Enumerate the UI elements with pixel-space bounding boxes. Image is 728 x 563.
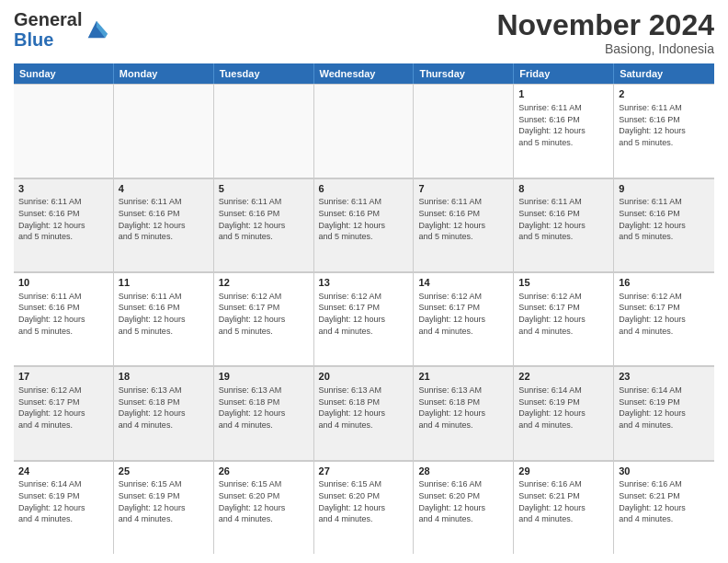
day-number: 6 bbox=[319, 182, 409, 196]
empty-cell bbox=[214, 84, 314, 177]
week-row-0: 1Sunrise: 6:11 AM Sunset: 6:16 PM Daylig… bbox=[14, 84, 714, 178]
day-number: 9 bbox=[619, 182, 710, 196]
day-cell-12: 12Sunrise: 6:12 AM Sunset: 6:17 PM Dayli… bbox=[214, 272, 314, 365]
day-number: 19 bbox=[219, 370, 309, 384]
day-cell-2: 2Sunrise: 6:11 AM Sunset: 6:16 PM Daylig… bbox=[614, 84, 714, 177]
header-friday: Friday bbox=[514, 63, 614, 84]
page: General Blue November 2024 Basiong, Indo… bbox=[0, 0, 728, 563]
day-number: 12 bbox=[219, 276, 309, 290]
day-detail: Sunrise: 6:13 AM Sunset: 6:18 PM Dayligh… bbox=[319, 385, 409, 431]
logo-icon bbox=[84, 17, 109, 42]
day-detail: Sunrise: 6:11 AM Sunset: 6:16 PM Dayligh… bbox=[119, 196, 209, 242]
header-saturday: Saturday bbox=[614, 63, 714, 84]
logo-blue: Blue bbox=[14, 29, 82, 50]
day-cell-15: 15Sunrise: 6:12 AM Sunset: 6:17 PM Dayli… bbox=[514, 272, 614, 365]
calendar: Sunday Monday Tuesday Wednesday Thursday… bbox=[14, 63, 714, 554]
day-number: 5 bbox=[219, 182, 309, 196]
day-cell-8: 8Sunrise: 6:11 AM Sunset: 6:16 PM Daylig… bbox=[514, 178, 614, 271]
day-number: 15 bbox=[518, 276, 609, 290]
day-cell-26: 26Sunrise: 6:15 AM Sunset: 6:20 PM Dayli… bbox=[214, 461, 314, 554]
day-detail: Sunrise: 6:11 AM Sunset: 6:16 PM Dayligh… bbox=[18, 196, 108, 242]
day-number: 7 bbox=[418, 182, 508, 196]
day-number: 27 bbox=[319, 465, 409, 478]
day-cell-9: 9Sunrise: 6:11 AM Sunset: 6:16 PM Daylig… bbox=[614, 178, 714, 271]
day-number: 16 bbox=[619, 276, 710, 290]
day-detail: Sunrise: 6:14 AM Sunset: 6:19 PM Dayligh… bbox=[518, 385, 609, 431]
day-detail: Sunrise: 6:12 AM Sunset: 6:17 PM Dayligh… bbox=[619, 291, 710, 337]
logo-general: General bbox=[14, 9, 82, 29]
day-detail: Sunrise: 6:16 AM Sunset: 6:21 PM Dayligh… bbox=[518, 478, 609, 524]
day-number: 29 bbox=[518, 465, 609, 478]
day-detail: Sunrise: 6:12 AM Sunset: 6:17 PM Dayligh… bbox=[518, 291, 609, 337]
day-cell-4: 4Sunrise: 6:11 AM Sunset: 6:16 PM Daylig… bbox=[114, 178, 214, 271]
day-cell-23: 23Sunrise: 6:14 AM Sunset: 6:19 PM Dayli… bbox=[614, 366, 714, 459]
empty-cell bbox=[114, 84, 214, 177]
day-cell-19: 19Sunrise: 6:13 AM Sunset: 6:18 PM Dayli… bbox=[214, 366, 314, 459]
empty-cell bbox=[414, 84, 514, 177]
day-cell-20: 20Sunrise: 6:13 AM Sunset: 6:18 PM Dayli… bbox=[314, 366, 415, 459]
day-number: 21 bbox=[418, 370, 508, 384]
day-cell-29: 29Sunrise: 6:16 AM Sunset: 6:21 PM Dayli… bbox=[514, 461, 614, 554]
day-cell-5: 5Sunrise: 6:11 AM Sunset: 6:16 PM Daylig… bbox=[214, 178, 314, 271]
day-number: 2 bbox=[619, 87, 710, 101]
day-detail: Sunrise: 6:13 AM Sunset: 6:18 PM Dayligh… bbox=[219, 385, 309, 431]
day-cell-18: 18Sunrise: 6:13 AM Sunset: 6:18 PM Dayli… bbox=[114, 366, 214, 459]
day-detail: Sunrise: 6:15 AM Sunset: 6:20 PM Dayligh… bbox=[219, 478, 309, 524]
calendar-body: 1Sunrise: 6:11 AM Sunset: 6:16 PM Daylig… bbox=[14, 84, 714, 554]
day-number: 4 bbox=[119, 182, 209, 196]
day-detail: Sunrise: 6:11 AM Sunset: 6:16 PM Dayligh… bbox=[518, 196, 609, 242]
month-title: November 2024 bbox=[496, 9, 714, 41]
day-number: 22 bbox=[518, 370, 609, 384]
day-cell-13: 13Sunrise: 6:12 AM Sunset: 6:17 PM Dayli… bbox=[314, 272, 415, 365]
week-row-1: 3Sunrise: 6:11 AM Sunset: 6:16 PM Daylig… bbox=[14, 178, 714, 272]
logo: General Blue bbox=[14, 9, 109, 50]
day-number: 14 bbox=[418, 276, 508, 290]
day-detail: Sunrise: 6:16 AM Sunset: 6:21 PM Dayligh… bbox=[619, 478, 710, 524]
day-detail: Sunrise: 6:15 AM Sunset: 6:20 PM Dayligh… bbox=[319, 478, 409, 524]
logo-text: General Blue bbox=[14, 9, 82, 50]
day-number: 25 bbox=[119, 465, 209, 478]
day-cell-11: 11Sunrise: 6:11 AM Sunset: 6:16 PM Dayli… bbox=[114, 272, 214, 365]
day-number: 20 bbox=[319, 370, 409, 384]
day-detail: Sunrise: 6:12 AM Sunset: 6:17 PM Dayligh… bbox=[219, 291, 309, 337]
day-number: 8 bbox=[518, 182, 609, 196]
day-detail: Sunrise: 6:11 AM Sunset: 6:16 PM Dayligh… bbox=[319, 196, 409, 242]
location-subtitle: Basiong, Indonesia bbox=[496, 41, 714, 56]
day-number: 24 bbox=[18, 465, 108, 478]
week-row-2: 10Sunrise: 6:11 AM Sunset: 6:16 PM Dayli… bbox=[14, 272, 714, 366]
day-detail: Sunrise: 6:11 AM Sunset: 6:16 PM Dayligh… bbox=[619, 196, 710, 242]
title-block: November 2024 Basiong, Indonesia bbox=[496, 9, 714, 56]
day-detail: Sunrise: 6:11 AM Sunset: 6:16 PM Dayligh… bbox=[418, 196, 508, 242]
day-cell-17: 17Sunrise: 6:12 AM Sunset: 6:17 PM Dayli… bbox=[14, 366, 114, 459]
day-detail: Sunrise: 6:13 AM Sunset: 6:18 PM Dayligh… bbox=[119, 385, 209, 431]
day-cell-3: 3Sunrise: 6:11 AM Sunset: 6:16 PM Daylig… bbox=[14, 178, 114, 271]
header-sunday: Sunday bbox=[14, 63, 114, 84]
day-number: 11 bbox=[119, 276, 209, 290]
calendar-header: Sunday Monday Tuesday Wednesday Thursday… bbox=[14, 63, 714, 84]
day-detail: Sunrise: 6:14 AM Sunset: 6:19 PM Dayligh… bbox=[18, 478, 108, 524]
header-tuesday: Tuesday bbox=[214, 63, 314, 84]
header-thursday: Thursday bbox=[414, 63, 514, 84]
week-row-4: 24Sunrise: 6:14 AM Sunset: 6:19 PM Dayli… bbox=[14, 461, 714, 554]
day-detail: Sunrise: 6:11 AM Sunset: 6:16 PM Dayligh… bbox=[119, 291, 209, 337]
day-number: 3 bbox=[18, 182, 108, 196]
day-cell-30: 30Sunrise: 6:16 AM Sunset: 6:21 PM Dayli… bbox=[614, 461, 714, 554]
day-detail: Sunrise: 6:12 AM Sunset: 6:17 PM Dayligh… bbox=[319, 291, 409, 337]
day-cell-10: 10Sunrise: 6:11 AM Sunset: 6:16 PM Dayli… bbox=[14, 272, 114, 365]
day-number: 30 bbox=[619, 465, 710, 478]
day-cell-6: 6Sunrise: 6:11 AM Sunset: 6:16 PM Daylig… bbox=[314, 178, 415, 271]
header: General Blue November 2024 Basiong, Indo… bbox=[14, 9, 714, 56]
day-cell-25: 25Sunrise: 6:15 AM Sunset: 6:19 PM Dayli… bbox=[114, 461, 214, 554]
day-detail: Sunrise: 6:15 AM Sunset: 6:19 PM Dayligh… bbox=[119, 478, 209, 524]
day-number: 13 bbox=[319, 276, 409, 290]
empty-cell bbox=[14, 84, 114, 177]
day-cell-14: 14Sunrise: 6:12 AM Sunset: 6:17 PM Dayli… bbox=[414, 272, 514, 365]
day-detail: Sunrise: 6:11 AM Sunset: 6:16 PM Dayligh… bbox=[18, 291, 108, 337]
day-cell-1: 1Sunrise: 6:11 AM Sunset: 6:16 PM Daylig… bbox=[514, 84, 614, 177]
day-number: 26 bbox=[219, 465, 309, 478]
day-cell-22: 22Sunrise: 6:14 AM Sunset: 6:19 PM Dayli… bbox=[514, 366, 614, 459]
day-number: 17 bbox=[18, 370, 108, 384]
day-cell-27: 27Sunrise: 6:15 AM Sunset: 6:20 PM Dayli… bbox=[314, 461, 415, 554]
day-detail: Sunrise: 6:13 AM Sunset: 6:18 PM Dayligh… bbox=[418, 385, 508, 431]
day-cell-16: 16Sunrise: 6:12 AM Sunset: 6:17 PM Dayli… bbox=[614, 272, 714, 365]
